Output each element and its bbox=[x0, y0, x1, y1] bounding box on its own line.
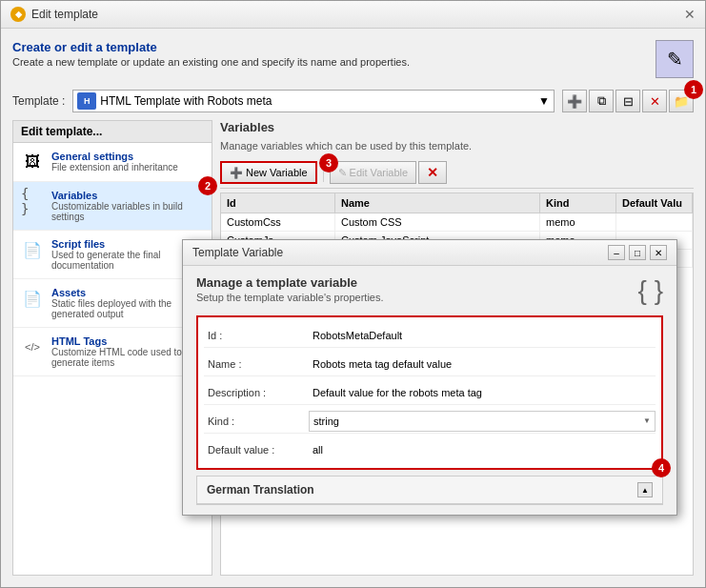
sidebar-item-html-text: HTML Tags Customize HTML code used to ge… bbox=[51, 335, 204, 368]
german-header-text: German Translation bbox=[207, 483, 314, 497]
template-select[interactable]: H HTML Template with Robots meta ▼ bbox=[72, 90, 555, 112]
form-row-kind: Kind : string memo integer boolean ▼ bbox=[204, 409, 656, 434]
edit-variable-label: Edit Variable bbox=[350, 167, 409, 178]
sidebar-item-html-desc: Customize HTML code used to generate ite… bbox=[51, 347, 204, 368]
title-bar: ◆ Edit template ✕ bbox=[1, 1, 705, 29]
badge-2: 2 bbox=[198, 176, 217, 195]
id-label: Id : bbox=[204, 328, 309, 343]
badge-3: 3 bbox=[319, 153, 338, 172]
form-area-wrapper: Id : Name : Description : bbox=[196, 315, 663, 470]
kind-select[interactable]: string memo integer boolean bbox=[310, 414, 655, 429]
dropdown-arrow: ▼ bbox=[538, 94, 550, 108]
badge-4: 4 bbox=[652, 458, 671, 477]
delete-variable-button[interactable]: ✕ bbox=[418, 161, 447, 184]
action-bar-wrapper: ➕ New Variable ✎ Edit Variable ✕ 3 bbox=[220, 161, 694, 189]
header-text: Create or edit a template Create a new t… bbox=[12, 40, 410, 68]
badge-1: 1 bbox=[684, 80, 703, 99]
name-label: Name : bbox=[204, 356, 309, 372]
col-kind: Kind bbox=[540, 193, 616, 213]
name-input[interactable] bbox=[309, 356, 656, 372]
modal-header-desc: Setup the template variable's properties… bbox=[196, 292, 384, 303]
header-icon: ✎ bbox=[656, 40, 694, 78]
sidebar-item-general-text: General settings File extension and inhe… bbox=[51, 151, 204, 172]
html-tags-icon: </> bbox=[21, 335, 44, 358]
sidebar-item-variables-title: Variables bbox=[51, 190, 204, 201]
main-window: ◆ Edit template ✕ Create or edit a templ… bbox=[0, 0, 706, 588]
sidebar-item-html-title: HTML Tags bbox=[51, 335, 204, 347]
sidebar-item-general-desc: File extension and inheritance bbox=[51, 162, 204, 172]
kind-dropdown-arrow: ▼ bbox=[643, 416, 651, 425]
description-label: Description : bbox=[204, 385, 309, 400]
kind-select-wrapper: string memo integer boolean ▼ bbox=[309, 411, 656, 432]
add-button[interactable]: ➕ bbox=[562, 90, 587, 112]
variables-icon: { } bbox=[21, 190, 44, 213]
modal-header-title: Manage a template variable bbox=[196, 275, 384, 290]
default-label: Default value : bbox=[204, 442, 309, 457]
modal-template-variable: Template Variable – □ ✕ Manage a templat… bbox=[182, 239, 677, 516]
row-1-default bbox=[616, 213, 693, 231]
close-button[interactable]: ✕ bbox=[684, 7, 696, 22]
default-input[interactable] bbox=[309, 442, 656, 457]
sidebar-item-general[interactable]: 🖼 General settings File extension and in… bbox=[13, 143, 212, 182]
assets-icon: 📄 bbox=[21, 287, 44, 310]
sidebar-item-variables-text: Variables Customizable variables in buil… bbox=[51, 190, 204, 222]
sidebar-item-variables-desc: Customizable variables in build settings bbox=[51, 201, 204, 222]
general-icon: 🖼 bbox=[21, 151, 44, 173]
new-variable-label: New Variable bbox=[246, 167, 308, 178]
table-header: Id Name Kind Default Valu bbox=[221, 193, 693, 213]
page-title: Create or edit a template bbox=[12, 40, 410, 54]
modal-controls: – □ ✕ bbox=[608, 245, 667, 260]
modal-content: Manage a template variable Setup the tem… bbox=[183, 266, 676, 515]
template-value: HTML Template with Robots meta bbox=[100, 94, 272, 108]
german-section: German Translation ▲ bbox=[196, 476, 663, 505]
copy-button[interactable]: ⧉ bbox=[589, 90, 614, 112]
description-input[interactable] bbox=[309, 385, 656, 400]
plus-icon: ➕ bbox=[230, 167, 243, 179]
badge-1-container: ➕ ⧉ ⊟ ✕ 📁 1 bbox=[562, 90, 694, 112]
col-default: Default Valu bbox=[616, 193, 693, 213]
modal-header-text: Manage a template variable Setup the tem… bbox=[196, 275, 384, 303]
edit-variable-button[interactable]: ✎ Edit Variable bbox=[330, 161, 417, 184]
delete-button[interactable]: ✕ bbox=[642, 90, 667, 112]
new-variable-button[interactable]: ➕ New Variable bbox=[220, 161, 317, 184]
form-row-description: Description : bbox=[204, 380, 656, 405]
form-row-id: Id : bbox=[204, 323, 656, 348]
modal-variable-icon: { } bbox=[638, 275, 663, 306]
edit-variable-icon: ✎ bbox=[338, 167, 347, 179]
modal-maximize-button[interactable]: □ bbox=[629, 245, 646, 260]
modal-minimize-button[interactable]: – bbox=[608, 245, 625, 260]
col-id: Id bbox=[221, 193, 335, 213]
template-select-inner: H HTML Template with Robots meta bbox=[77, 92, 272, 110]
row-1-id: CustomCss bbox=[221, 213, 335, 231]
sidebar-item-script-desc: Used to generate the final documentation bbox=[51, 250, 204, 271]
sidebar-item-assets-title: Assets bbox=[51, 287, 204, 298]
german-header: German Translation ▲ bbox=[197, 476, 662, 504]
modal-close-button[interactable]: ✕ bbox=[650, 245, 667, 260]
sidebar-item-script-text: Script files Used to generate the final … bbox=[51, 238, 204, 271]
template-label: Template : bbox=[12, 94, 65, 108]
kind-label: Kind : bbox=[204, 414, 309, 429]
window-title: Edit template bbox=[31, 8, 98, 21]
page-description: Create a new template or update an exist… bbox=[12, 56, 410, 68]
scroll-up-button[interactable]: ▲ bbox=[637, 482, 653, 497]
sidebar-item-assets-text: Assets Static files deployed with the ge… bbox=[51, 287, 204, 319]
modal-title-bar: Template Variable – □ ✕ bbox=[183, 240, 676, 266]
form-row-name: Name : bbox=[204, 352, 656, 376]
panel-header: Variables bbox=[220, 120, 694, 134]
sidebar-item-assets-desc: Static files deployed with the generated… bbox=[51, 298, 204, 319]
toolbar-buttons: ➕ ⧉ ⊟ ✕ 📁 bbox=[562, 90, 694, 112]
id-input[interactable] bbox=[309, 328, 656, 343]
edit-button[interactable]: ⊟ bbox=[615, 90, 640, 112]
modal-title: Template Variable bbox=[192, 246, 283, 259]
title-bar-left: ◆ Edit template bbox=[10, 7, 98, 22]
row-1-kind: memo bbox=[540, 213, 616, 231]
sidebar-item-variables[interactable]: { } Variables Customizable variables in … bbox=[13, 182, 212, 231]
html-icon: H bbox=[77, 92, 96, 110]
table-row[interactable]: CustomCss Custom CSS memo bbox=[221, 213, 693, 232]
sidebar-item-script-title: Script files bbox=[51, 238, 204, 250]
panel-description: Manage variables which can be used by th… bbox=[220, 140, 694, 152]
action-bar: ➕ New Variable ✎ Edit Variable ✕ bbox=[220, 161, 694, 189]
window-icon: ◆ bbox=[10, 7, 26, 22]
sidebar-item-general-title: General settings bbox=[51, 151, 204, 162]
script-icon: 📄 bbox=[21, 238, 44, 261]
